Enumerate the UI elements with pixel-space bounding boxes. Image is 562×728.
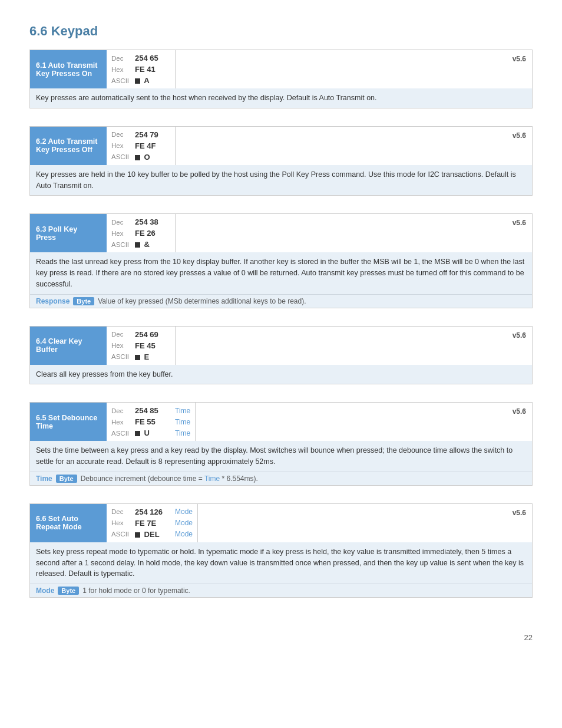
commands-container: 6.1 Auto Transmit Key Presses OnDec254 6… — [29, 50, 533, 615]
cmd-desc-1: Key presses are automatically sent to th… — [30, 88, 532, 108]
cmd-desc-6: Sets key press repeat mode to typematic … — [30, 542, 532, 584]
resp-type: Byte — [56, 475, 77, 483]
ascii-square-icon — [135, 355, 140, 360]
ascii-square-icon — [135, 431, 140, 436]
resp-desc: Value of key pressed (MSb determines add… — [98, 297, 306, 305]
cmd-name-4: 6.4 Clear Key Buffer — [30, 327, 107, 365]
cmd-codes-6: Dec254 126ModeHexFE 7EModeASCII DELMode — [107, 504, 198, 542]
cmd-version-2: v5.6 — [507, 127, 532, 143]
code-row-5-1: HexFE 55Time — [107, 416, 195, 427]
code-row-2-1: HexFE 4F — [107, 140, 175, 151]
cmd-name-5: 6.5 Set Debounce Time — [30, 403, 107, 441]
resp-desc: Debounce increment (debounce time = Time… — [81, 475, 258, 483]
code-param: Mode — [175, 519, 193, 527]
code-value: U — [135, 429, 170, 437]
code-type: Dec — [111, 219, 135, 226]
code-row-2-0: Dec254 79 — [107, 129, 175, 140]
cmd-response-3: ResponseByteValue of key pressed (MSb de… — [30, 294, 532, 308]
code-type: Dec — [111, 131, 135, 138]
cmd-version-3: v5.6 — [507, 214, 532, 230]
cmd-codes-3: Dec254 38HexFE 26ASCII & — [107, 214, 176, 252]
code-type: ASCII — [111, 531, 135, 538]
code-value: O — [135, 153, 170, 162]
cmd-version-6: v5.6 — [507, 504, 532, 521]
code-row-2-2: ASCII O — [107, 151, 175, 163]
cmd-desc-5: Sets the time between a key press and a … — [30, 441, 532, 472]
code-type: ASCII — [111, 77, 135, 84]
code-type: ASCII — [111, 430, 135, 437]
code-type: Dec — [111, 407, 135, 414]
code-row-6-0: Dec254 126Mode — [107, 506, 197, 518]
code-type: ASCII — [111, 241, 135, 248]
cmd-version-5: v5.6 — [507, 403, 532, 419]
cmd-codes-5: Dec254 85TimeHexFE 55TimeASCII UTime — [107, 403, 196, 441]
code-value: 254 79 — [135, 130, 170, 139]
command-header-1: 6.1 Auto Transmit Key Presses OnDec254 6… — [30, 50, 532, 88]
code-param: Mode — [175, 530, 193, 538]
code-type: ASCII — [111, 153, 135, 160]
code-type: Hex — [111, 419, 135, 426]
code-type: ASCII — [111, 353, 135, 360]
cmd-name-2: 6.2 Auto Transmit Key Presses Off — [30, 127, 107, 165]
code-row-5-0: Dec254 85Time — [107, 405, 195, 416]
cmd-codes-2: Dec254 79HexFE 4FASCII O — [107, 127, 176, 165]
code-value: E — [135, 353, 170, 361]
code-row-5-2: ASCII UTime — [107, 427, 195, 439]
code-row-6-1: HexFE 7EMode — [107, 518, 197, 529]
cmd-desc-4: Clears all key presses from the key buff… — [30, 365, 532, 384]
code-row-4-1: HexFE 45 — [107, 340, 175, 351]
cmd-response-5: TimeByteDebounce increment (debounce tim… — [30, 472, 532, 485]
command-block-4: 6.4 Clear Key BufferDec254 69HexFE 45ASC… — [29, 326, 533, 385]
page-number: 22 — [29, 633, 533, 642]
code-value: FE 45 — [135, 341, 170, 350]
code-type: Hex — [111, 66, 135, 73]
code-value: 254 38 — [135, 218, 170, 226]
code-type: Dec — [111, 55, 135, 62]
code-type: Dec — [111, 508, 135, 515]
resp-label: Response — [36, 297, 70, 305]
code-value: FE 41 — [135, 65, 170, 74]
code-row-1-1: HexFE 41 — [107, 64, 175, 75]
resp-label: Mode — [36, 587, 54, 595]
cmd-desc-3: Reads the last unread key press from the… — [30, 252, 532, 294]
resp-type: Byte — [58, 587, 79, 595]
cmd-codes-4: Dec254 69HexFE 45ASCII E — [107, 327, 176, 365]
cmd-name-3: 6.3 Poll Key Press — [30, 214, 107, 252]
cmd-desc-2: Key presses are held in the 10 key buffe… — [30, 165, 532, 196]
code-type: Dec — [111, 331, 135, 338]
code-row-4-0: Dec254 69 — [107, 329, 175, 340]
cmd-version-4: v5.6 — [507, 327, 532, 343]
cmd-version-1: v5.6 — [507, 50, 532, 67]
command-header-4: 6.4 Clear Key BufferDec254 69HexFE 45ASC… — [30, 327, 532, 365]
code-row-6-2: ASCII DELMode — [107, 529, 197, 540]
code-type: Hex — [111, 230, 135, 237]
command-block-6: 6.6 Set Auto Repeat ModeDec254 126ModeHe… — [29, 503, 533, 598]
code-value: FE 7E — [135, 519, 170, 528]
code-value: A — [135, 76, 170, 85]
code-row-1-0: Dec254 65 — [107, 52, 175, 64]
code-param: Mode — [175, 508, 193, 516]
code-value: 254 65 — [135, 54, 170, 62]
code-value: DEL — [135, 530, 170, 539]
code-param: Time — [175, 407, 190, 415]
ascii-square-icon — [135, 155, 140, 160]
ascii-square-icon — [135, 78, 140, 84]
code-type: Hex — [111, 142, 135, 149]
code-type: Hex — [111, 519, 135, 526]
code-value: FE 26 — [135, 229, 170, 238]
code-value: 254 69 — [135, 330, 170, 339]
resp-desc: 1 for hold mode or 0 for typematic. — [82, 587, 190, 595]
command-header-5: 6.5 Set Debounce TimeDec254 85TimeHexFE … — [30, 403, 532, 441]
page-title: 6.6 Keypad — [29, 24, 533, 39]
code-type: Hex — [111, 342, 135, 349]
cmd-response-6: ModeByte1 for hold mode or 0 for typemat… — [30, 584, 532, 597]
code-param: Time — [175, 418, 190, 426]
command-block-1: 6.1 Auto Transmit Key Presses OnDec254 6… — [29, 50, 533, 108]
cmd-name-6: 6.6 Set Auto Repeat Mode — [30, 504, 107, 542]
ascii-square-icon — [135, 242, 140, 248]
command-header-2: 6.2 Auto Transmit Key Presses OffDec254 … — [30, 127, 532, 165]
code-value: FE 55 — [135, 417, 170, 426]
command-block-5: 6.5 Set Debounce TimeDec254 85TimeHexFE … — [29, 402, 533, 486]
ascii-square-icon — [135, 532, 140, 538]
cmd-name-1: 6.1 Auto Transmit Key Presses On — [30, 50, 107, 88]
